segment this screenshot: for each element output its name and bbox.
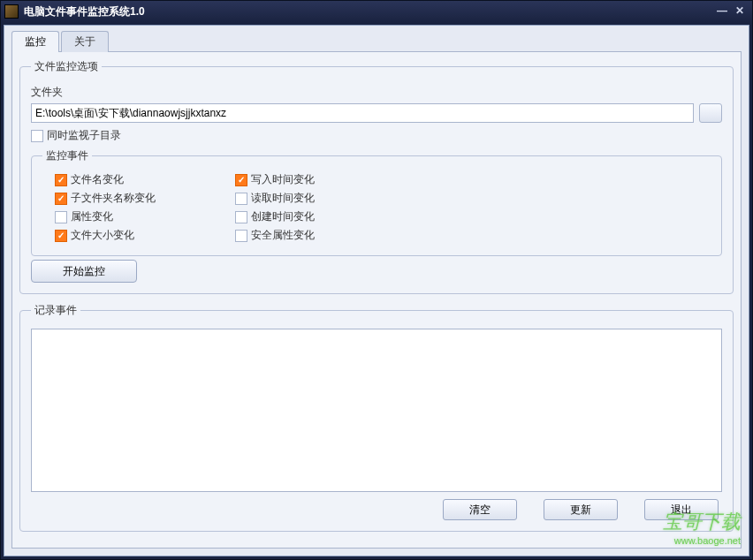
minimize-button[interactable]: — <box>713 4 731 19</box>
tab-about[interactable]: 关于 <box>61 31 109 52</box>
options-group: 文件监控选项 文件夹 同时监视子目录 监控事件 <box>19 59 734 294</box>
evt-size-label: 文件大小变化 <box>71 228 134 243</box>
evt-writetime-label: 写入时间变化 <box>251 172 315 187</box>
evt-createtime-checkbox[interactable] <box>235 211 247 223</box>
evt-attr-label: 属性变化 <box>71 209 113 224</box>
close-button[interactable]: ✕ <box>731 4 749 19</box>
exit-button[interactable]: 退出 <box>644 499 719 520</box>
evt-createtime-row[interactable]: 创建时间变化 <box>235 209 315 224</box>
options-legend: 文件监控选项 <box>31 59 102 74</box>
log-legend: 记录事件 <box>31 303 80 318</box>
evt-attr-checkbox[interactable] <box>55 211 67 223</box>
folder-label: 文件夹 <box>31 85 722 100</box>
events-columns: 文件名变化 子文件夹名称变化 属性变化 <box>42 170 711 245</box>
client-area: 监控 关于 文件监控选项 文件夹 同时监视子目录 监控事件 <box>4 25 749 556</box>
evt-writetime-checkbox[interactable] <box>235 174 247 186</box>
watch-sub-checkbox[interactable] <box>31 130 43 142</box>
events-group: 监控事件 文件名变化 子文件夹名称变化 <box>31 148 722 256</box>
evt-readtime-label: 读取时间变化 <box>251 191 315 206</box>
evt-attr-row[interactable]: 属性变化 <box>55 209 156 224</box>
folder-input[interactable] <box>31 103 694 123</box>
app-window: 电脑文件事件监控系统1.0 — ✕ 监控 关于 文件监控选项 文件夹 同时监视子… <box>0 0 753 560</box>
evt-writetime-row[interactable]: 写入时间变化 <box>235 172 315 187</box>
events-col-1: 文件名变化 子文件夹名称变化 属性变化 <box>55 170 156 245</box>
tab-panel-monitor: 文件监控选项 文件夹 同时监视子目录 监控事件 <box>11 51 742 549</box>
bottom-buttons: 清空 更新 退出 <box>31 499 722 520</box>
log-group: 记录事件 清空 更新 退出 <box>19 303 734 532</box>
tab-strip: 监控 关于 <box>11 31 742 52</box>
evt-filename-row[interactable]: 文件名变化 <box>55 172 156 187</box>
evt-filename-checkbox[interactable] <box>55 174 67 186</box>
events-col-2: 写入时间变化 读取时间变化 创建时间变化 <box>235 170 315 245</box>
titlebar: 电脑文件事件监控系统1.0 — ✕ <box>1 1 752 22</box>
app-icon <box>4 4 19 19</box>
window-title: 电脑文件事件监控系统1.0 <box>24 4 713 19</box>
evt-subfolder-label: 子文件夹名称变化 <box>71 191 156 206</box>
events-legend: 监控事件 <box>42 148 92 163</box>
evt-security-label: 安全属性变化 <box>251 228 315 243</box>
tab-monitor[interactable]: 监控 <box>11 31 59 52</box>
browse-button[interactable] <box>699 103 722 123</box>
evt-readtime-row[interactable]: 读取时间变化 <box>235 191 315 206</box>
evt-security-checkbox[interactable] <box>235 230 247 242</box>
refresh-button[interactable]: 更新 <box>544 499 618 520</box>
evt-size-checkbox[interactable] <box>55 230 67 242</box>
evt-subfolder-row[interactable]: 子文件夹名称变化 <box>55 191 156 206</box>
evt-subfolder-checkbox[interactable] <box>55 193 67 205</box>
clear-button[interactable]: 清空 <box>443 499 517 520</box>
evt-filename-label: 文件名变化 <box>71 172 124 187</box>
watch-sub-row[interactable]: 同时监视子目录 <box>31 128 722 143</box>
evt-size-row[interactable]: 文件大小变化 <box>55 228 156 243</box>
folder-row <box>31 103 722 123</box>
evt-createtime-label: 创建时间变化 <box>251 209 315 224</box>
start-button[interactable]: 开始监控 <box>31 260 137 283</box>
evt-security-row[interactable]: 安全属性变化 <box>235 228 315 243</box>
evt-readtime-checkbox[interactable] <box>235 193 247 205</box>
log-textarea[interactable] <box>31 329 722 492</box>
watch-sub-label: 同时监视子目录 <box>47 128 121 143</box>
